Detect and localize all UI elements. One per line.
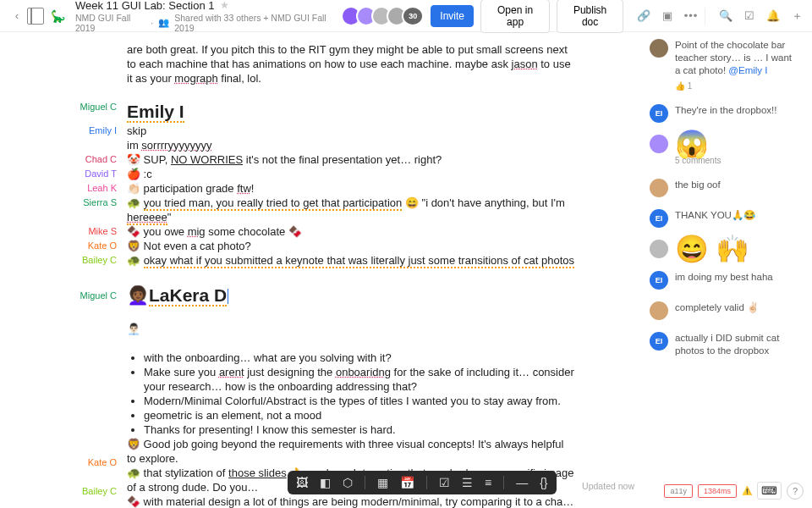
avatar: EI [650, 332, 668, 351]
keyboard-icon[interactable]: ⌨ [757, 482, 782, 500]
avatar [650, 135, 668, 153]
heading-lakera: LaKera D [149, 285, 227, 306]
image-icon[interactable]: 🖼 [296, 476, 308, 489]
folder-link[interactable]: NMD GUI Fall 2019 [75, 13, 145, 33]
table-icon[interactable]: ▦ [377, 476, 388, 489]
avatar [650, 39, 668, 58]
author-label: Bailey C [0, 484, 127, 499]
divider-icon[interactable]: — [516, 476, 528, 489]
crop-icon[interactable]: ◧ [320, 476, 331, 489]
heading-emily: Emily I [127, 102, 184, 123]
avatar [650, 240, 668, 258]
avatar: EI [650, 209, 668, 228]
mention-link[interactable]: @Emily I [728, 65, 767, 75]
author-label: Bailey C [0, 253, 127, 268]
present-icon[interactable]: ▣ [661, 9, 674, 22]
collab-count[interactable]: 30 [402, 6, 424, 26]
avatar: EI [650, 271, 668, 290]
avatar: EI [650, 104, 668, 123]
author-label: David T [0, 167, 127, 181]
author-label: Mike S [0, 224, 127, 239]
comments-sidebar[interactable]: Point of the chocolate bar teacher story… [643, 32, 812, 508]
more-icon[interactable]: ••• [684, 9, 698, 22]
calendar-icon[interactable]: 📅 [400, 476, 414, 489]
dropbox-icon[interactable]: ⬡ [343, 476, 353, 489]
author-label: Miguel C [0, 284, 127, 307]
update-status: Updated now [582, 481, 634, 491]
warn-icon: ⚠️ [742, 486, 752, 495]
plus-icon[interactable]: ＋ [790, 8, 804, 24]
author-label: Leah K [0, 181, 127, 196]
numbered-list-icon[interactable]: ≡ [485, 476, 491, 489]
help-icon[interactable]: ? [787, 483, 804, 500]
author-label: Miguel C [0, 100, 127, 114]
perf-badge[interactable]: 1384ms [698, 484, 737, 498]
author-label: Chad C [0, 152, 127, 167]
bullet-list-icon[interactable]: ☰ [462, 476, 473, 489]
emoji-reaction: 😱 [675, 138, 798, 151]
shared-with[interactable]: Shared with 33 others + NMD GUI Fall 201… [174, 13, 332, 33]
link-icon[interactable]: 🔗 [637, 9, 650, 22]
people-icon: 👥 [158, 17, 169, 28]
publish-button[interactable]: Publish doc [557, 0, 623, 33]
checkbox-icon[interactable]: ☑ [439, 476, 450, 489]
text-cursor [228, 289, 228, 304]
comment-count-link[interactable]: 5 comments [675, 154, 798, 167]
a11y-badge[interactable]: a11y [664, 484, 693, 498]
insert-toolbar[interactable]: 🖼 ◧ ⬡ ▦ 📅 ☑ ☰ ≡ — {} [288, 471, 557, 494]
checklist-icon[interactable]: ☑ [743, 9, 756, 22]
feedback-list: with the onboarding… what are you solvin… [127, 351, 575, 437]
bell-icon[interactable]: 🔔 [766, 9, 780, 22]
code-icon[interactable]: {} [540, 476, 547, 489]
author-label: Kate O [0, 239, 127, 253]
avatar [650, 301, 668, 320]
author-label: Emily I [0, 124, 127, 138]
invite-button[interactable]: Invite [431, 5, 474, 27]
author-label: Kate O [0, 456, 127, 470]
author-label: Sierra S [0, 196, 127, 210]
open-in-app-button[interactable]: Open in app [480, 0, 550, 33]
reaction[interactable]: 👍 1 [675, 80, 798, 92]
star-icon[interactable]: ★ [220, 0, 229, 11]
collaborator-avatars[interactable]: 30 [346, 6, 424, 26]
document-body[interactable]: are both great. If you pitch this to the… [127, 42, 575, 457]
search-icon[interactable]: 🔍 [719, 9, 732, 22]
doc-emoji-icon: 🦕 [51, 9, 65, 23]
nav-back-icon[interactable]: ‹ [8, 8, 25, 25]
emoji-reaction: 🙌 [716, 243, 749, 256]
panel-toggle-icon[interactable] [27, 8, 44, 25]
avatar [650, 179, 668, 197]
doc-title[interactable]: Week 11 GUI Lab: Section 1 [75, 0, 215, 12]
emoji-reaction: 😄 [675, 243, 709, 256]
